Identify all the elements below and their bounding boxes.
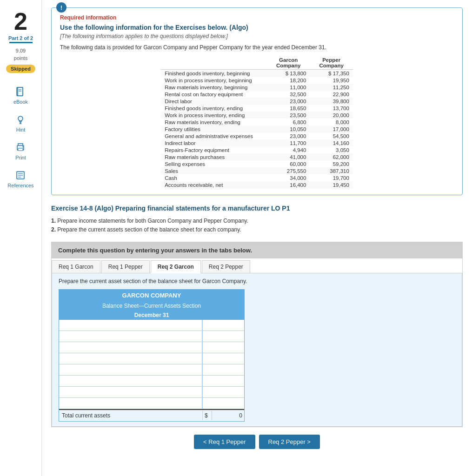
references-icon bbox=[14, 169, 27, 182]
points-label: points bbox=[14, 55, 27, 61]
sidebar: 2 Part 2 of 2 9.09 points Skipped eBook bbox=[0, 0, 42, 476]
sidebar-item-hint[interactable]: Hint bbox=[14, 113, 27, 132]
table-row: Accounts receivable, net16,40019,450 bbox=[161, 181, 353, 188]
form-title-line2: December 31 bbox=[60, 312, 243, 318]
sidebar-item-references[interactable]: References bbox=[7, 169, 33, 188]
form-row-input-8[interactable] bbox=[202, 398, 244, 409]
hint-icon bbox=[14, 113, 27, 126]
info-icon: ! bbox=[56, 2, 66, 13]
table-cell: 59,200 bbox=[310, 160, 352, 167]
table-cell: 18,650 bbox=[267, 105, 310, 112]
form-date: December 31 bbox=[59, 311, 244, 320]
table-row: Raw materials inventory, beginning11,000… bbox=[161, 84, 353, 91]
table-row: Raw materials purchases41,00062,000 bbox=[161, 153, 353, 160]
tab-instruction: Prepare the current asset section of the… bbox=[59, 278, 455, 284]
sidebar-item-ebook[interactable]: eBook bbox=[13, 85, 28, 105]
table-cell: Cash bbox=[161, 174, 267, 181]
input-7[interactable] bbox=[202, 387, 244, 397]
complete-box: Complete this question by entering your … bbox=[51, 242, 463, 427]
main-content: ! Required information Use the following… bbox=[42, 0, 472, 476]
table-cell: Indirect labor bbox=[161, 139, 267, 146]
form-row-3 bbox=[59, 342, 244, 353]
form-row-2 bbox=[59, 331, 244, 342]
table-cell: 32,500 bbox=[267, 91, 310, 98]
form-row-1 bbox=[59, 320, 244, 331]
input-8[interactable] bbox=[202, 398, 244, 409]
form-row-input-5[interactable] bbox=[202, 364, 244, 375]
tab-req2pepper[interactable]: Req 2 Pepper bbox=[202, 260, 250, 273]
sidebar-item-print[interactable]: Print bbox=[14, 141, 27, 160]
balance-sheet-form: GARCON COMPANY Balance Sheet—Current Ass… bbox=[59, 289, 245, 422]
skipped-badge: Skipped bbox=[6, 65, 35, 73]
tab-req1garcon[interactable]: Req 1 Garcon bbox=[52, 260, 100, 273]
table-cell: 16,400 bbox=[267, 181, 310, 188]
table-cell: Finished goods inventory, ending bbox=[161, 105, 267, 112]
hint-label: Hint bbox=[16, 127, 26, 132]
form-row-4 bbox=[59, 353, 244, 364]
table-cell: Factory utilities bbox=[161, 126, 267, 132]
tabs-row: Req 1 Garcon Req 1 Pepper Req 2 Garcon R… bbox=[52, 258, 462, 273]
total-value: 0 bbox=[212, 411, 244, 420]
table-row: Cash34,00019,700 bbox=[161, 174, 353, 181]
input-1[interactable] bbox=[202, 320, 244, 331]
table-row: Sales275,550387,310 bbox=[161, 167, 353, 174]
input-3[interactable] bbox=[202, 342, 244, 353]
svg-point-9 bbox=[22, 146, 23, 147]
table-row: Repairs-Factory equipment4,9403,050 bbox=[161, 146, 353, 153]
table-cell: Selling expenses bbox=[161, 160, 267, 167]
part-underline bbox=[9, 42, 33, 43]
table-cell: 13,700 bbox=[310, 105, 352, 112]
table-cell: 62,000 bbox=[310, 153, 352, 160]
book-icon bbox=[14, 85, 27, 98]
form-row-label-6 bbox=[59, 376, 202, 386]
ebook-label: eBook bbox=[13, 99, 28, 105]
tab-req1pepper[interactable]: Req 1 Pepper bbox=[101, 260, 150, 273]
table-cell: 18,200 bbox=[267, 77, 310, 84]
table-cell: 20,000 bbox=[310, 112, 352, 119]
form-row-label-4 bbox=[59, 353, 202, 364]
table-row: Rental cost on factory equipment32,50022… bbox=[161, 91, 353, 98]
form-row-input-4[interactable] bbox=[202, 353, 244, 364]
table-cell: Rental cost on factory equipment bbox=[161, 91, 267, 98]
table-cell: 19,450 bbox=[310, 181, 352, 188]
table-cell: 10,050 bbox=[267, 126, 310, 132]
table-cell: Raw materials inventory, beginning bbox=[161, 84, 267, 91]
form-header: GARCON COMPANY bbox=[59, 290, 244, 301]
table-cell: 275,550 bbox=[267, 167, 310, 174]
input-2[interactable] bbox=[202, 331, 244, 342]
form-row-input-7[interactable] bbox=[202, 387, 244, 397]
tab-req2garcon[interactable]: Req 2 Garcon bbox=[151, 260, 201, 273]
table-cell: Finished goods inventory, beginning bbox=[161, 70, 267, 77]
form-row-input-6[interactable] bbox=[202, 376, 244, 386]
form-title-line1: Balance Sheet—Current Assets Section bbox=[60, 303, 243, 309]
references-label: References bbox=[7, 183, 33, 188]
table-cell: 22,900 bbox=[310, 91, 352, 98]
next-button[interactable]: Req 2 Pepper > bbox=[259, 435, 320, 449]
input-6[interactable] bbox=[202, 376, 244, 386]
form-row-label-5 bbox=[59, 364, 202, 375]
table-row: Direct labor23,00039,800 bbox=[161, 98, 353, 105]
table-cell: 8,000 bbox=[310, 119, 352, 126]
table-cell: 39,800 bbox=[310, 98, 352, 105]
table-cell: 4,940 bbox=[267, 146, 310, 153]
data-table: GarconCompany PepperCompany Finished goo… bbox=[161, 56, 353, 188]
input-4[interactable] bbox=[202, 353, 244, 364]
col-header-pepper: PepperCompany bbox=[310, 56, 352, 70]
col-header-item bbox=[161, 56, 267, 70]
table-row: Raw materials inventory, ending6,8008,00… bbox=[161, 119, 353, 126]
sidebar-nav: eBook Hint bbox=[7, 85, 33, 188]
form-row-input-2[interactable] bbox=[202, 331, 244, 342]
table-cell: 11,000 bbox=[267, 84, 310, 91]
company-name: GARCON COMPANY bbox=[61, 292, 242, 299]
prev-button[interactable]: < Req 1 Pepper bbox=[194, 435, 255, 449]
form-row-input-3[interactable] bbox=[202, 342, 244, 353]
table-cell: $ 17,350 bbox=[310, 70, 352, 77]
table-row: Work in process inventory, beginning18,2… bbox=[161, 77, 353, 84]
input-5[interactable] bbox=[202, 364, 244, 375]
form-total-row: Total current assets $ 0 bbox=[59, 409, 244, 421]
table-cell: 11,700 bbox=[267, 139, 310, 146]
form-rows bbox=[59, 320, 244, 409]
info-title: Use the following information for the Ex… bbox=[60, 24, 454, 31]
form-row-8 bbox=[59, 398, 244, 409]
form-row-input-1[interactable] bbox=[202, 320, 244, 331]
